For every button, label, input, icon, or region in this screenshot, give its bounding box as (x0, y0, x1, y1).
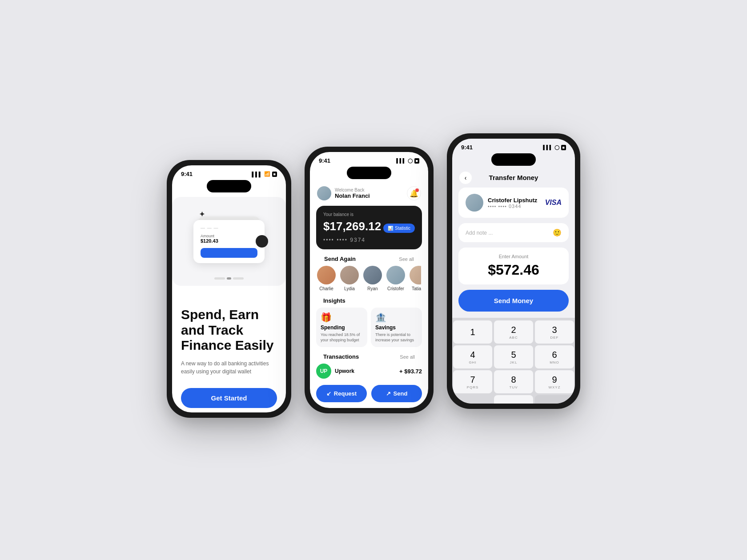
status-icons-3: ▌▌▌ ◯ ■ (543, 145, 566, 150)
emoji-icon: 🙂 (553, 228, 562, 237)
notification-button[interactable]: 🔔 (407, 186, 421, 200)
spending-title: Spending (321, 324, 363, 331)
request-icon: ↙ (326, 390, 331, 397)
contact-name-ryan: Ryan (367, 286, 378, 291)
contact-lydia[interactable]: Lydia (340, 266, 359, 291)
balance-label: Your balance is (323, 212, 415, 217)
note-field[interactable]: Add note ... 🙂 (458, 223, 569, 242)
key-5[interactable]: 5 JKL (494, 345, 533, 368)
chart-icon: 📊 (388, 226, 393, 231)
key-5-num: 5 (511, 350, 516, 360)
transaction-amount: + $93.72 (399, 368, 422, 375)
battery-icon: ■ (272, 172, 277, 177)
dynamic-island-1 (207, 180, 251, 192)
transaction-left: UP Upwork (316, 364, 354, 379)
send-money-button[interactable]: Send Money (458, 290, 569, 312)
contact-cristofer[interactable]: Cristofer (386, 266, 405, 291)
status-icons-2: ▌▌▌ ◯ ■ (396, 158, 419, 164)
dynamic-island-3 (491, 153, 536, 166)
scene: 9:41 ▌▌▌ 📶 ■ ✦ — — — (149, 116, 598, 444)
back-arrow-icon: ‹ (465, 174, 467, 181)
key-4[interactable]: 4 GHI (453, 345, 492, 368)
key-8[interactable]: 8 TUV (494, 370, 533, 393)
phone-dashboard-screen: 9:41 ▌▌▌ ◯ ■ Welcome Back Nolan Franci (310, 152, 428, 408)
savings-icon: 🏦 (375, 312, 418, 323)
key-0[interactable]: 0 (494, 395, 533, 404)
battery-icon-3: ■ (561, 145, 566, 150)
contact-name-lydia: Lydia (344, 286, 355, 291)
request-button[interactable]: ↙ Request (316, 385, 367, 402)
insights-header: Insights (316, 297, 422, 308)
transactions-see-all[interactable]: See all (400, 354, 415, 360)
wifi-icon-2: ◯ (408, 158, 413, 163)
slide-dots (214, 277, 244, 280)
back-button[interactable]: ‹ (459, 172, 472, 184)
transfer-title: Transfer Money (489, 174, 538, 181)
wifi-icon: 📶 (264, 171, 270, 177)
phone-transfer: 9:41 ▌▌▌ ◯ ■ ‹ Transfer Money (447, 133, 580, 409)
insights-row: 🎁 Spending You reached 18.5% of your sho… (316, 308, 422, 347)
wifi-icon-3: ◯ (554, 145, 559, 150)
contact-ryan[interactable]: Ryan (363, 266, 382, 291)
transactions-section: Transactions See all UP Upwork + $93.72 (310, 353, 428, 385)
spending-desc: You reached 18.5% of your shopping budge… (321, 332, 363, 343)
key-7[interactable]: 7 PQRS (453, 370, 492, 393)
dashboard-actions: ↙ Request ↗ Send (310, 385, 428, 408)
signal-icon: ▌▌▌ (252, 172, 262, 177)
status-icons-1: ▌▌▌ 📶 ■ (252, 171, 277, 177)
contact-avatar-lydia (340, 266, 359, 284)
contact-name-tatiana: Tatiana (412, 286, 421, 291)
key-1[interactable]: 1 (453, 320, 492, 344)
send-button[interactable]: ↗ Send (371, 385, 422, 402)
time-1: 9:41 (181, 171, 193, 177)
transfer-header: ‹ Transfer Money (452, 169, 575, 188)
key-row-1: 1 2 ABC 3 DEF (452, 320, 575, 344)
send-money-wrap: Send Money (458, 290, 569, 312)
key-3[interactable]: 3 DEF (535, 320, 574, 344)
key-2-sub: ABC (509, 336, 518, 340)
send-again-section: Send Again See all Charlie Lydia Ryan (310, 256, 428, 297)
keypad: 1 2 ABC 3 DEF 4 GHI (452, 318, 575, 404)
delete-icon: ⌫ (550, 403, 560, 404)
visa-logo: VISA (545, 199, 562, 207)
stat-label: Statistic (395, 226, 410, 231)
key-3-sub: DEF (550, 336, 559, 340)
phone-dashboard: 9:41 ▌▌▌ ◯ ■ Welcome Back Nolan Franci (305, 147, 434, 413)
contact-charlie[interactable]: Charlie (317, 266, 336, 291)
insight-spending[interactable]: 🎁 Spending You reached 18.5% of your sho… (316, 308, 367, 347)
key-6[interactable]: 6 MNO (535, 345, 574, 368)
dot-1 (214, 277, 225, 280)
statistic-button[interactable]: 📊 Statistic (383, 224, 415, 233)
key-7-num: 7 (470, 375, 475, 385)
dashboard-header: Welcome Back Nolan Franci 🔔 (310, 183, 428, 206)
onboarding-content: Spend, Earn and Track Finance Easily A n… (172, 296, 286, 412)
key-delete[interactable]: ⌫ (535, 395, 574, 404)
transactions-title: Transactions (323, 353, 359, 360)
key-1-num: 1 (470, 327, 475, 337)
illustration-btn (201, 248, 257, 258)
key-6-sub: MNO (550, 360, 559, 364)
status-bar-3: 9:41 ▌▌▌ ◯ ■ (452, 139, 575, 153)
contact-avatar-tatiana (410, 266, 421, 284)
enter-amount-label: Enter Amount (466, 254, 562, 259)
contact-avatar-ryan (363, 266, 382, 284)
key-9[interactable]: 9 WXYZ (535, 370, 574, 393)
insight-savings[interactable]: 🏦 Savings There is potential to increase… (371, 308, 422, 347)
send-again-see-all[interactable]: See all (399, 256, 414, 262)
amount-display: $572.46 (466, 262, 562, 278)
time-2: 9:41 (319, 157, 330, 164)
contact-name-cristofer: Cristofer (387, 286, 404, 291)
key-9-sub: WXYZ (548, 385, 560, 389)
card-top: — — — (201, 225, 257, 230)
recipient-card-number: •••• •••• 0344 (488, 204, 537, 209)
savings-title: Savings (375, 324, 418, 331)
dynamic-island-2 (347, 167, 391, 179)
key-3-num: 3 (552, 325, 557, 335)
key-2[interactable]: 2 ABC (494, 320, 533, 344)
key-6-num: 6 (552, 350, 557, 360)
user-name: Nolan Franci (335, 192, 370, 199)
phone-onboarding: 9:41 ▌▌▌ 📶 ■ ✦ — — — (167, 160, 291, 418)
subtitle: A new way to do all banking activities e… (181, 360, 277, 376)
get-started-button[interactable]: Get Started (181, 388, 277, 408)
contact-tatiana[interactable]: Tatiana (410, 266, 421, 291)
